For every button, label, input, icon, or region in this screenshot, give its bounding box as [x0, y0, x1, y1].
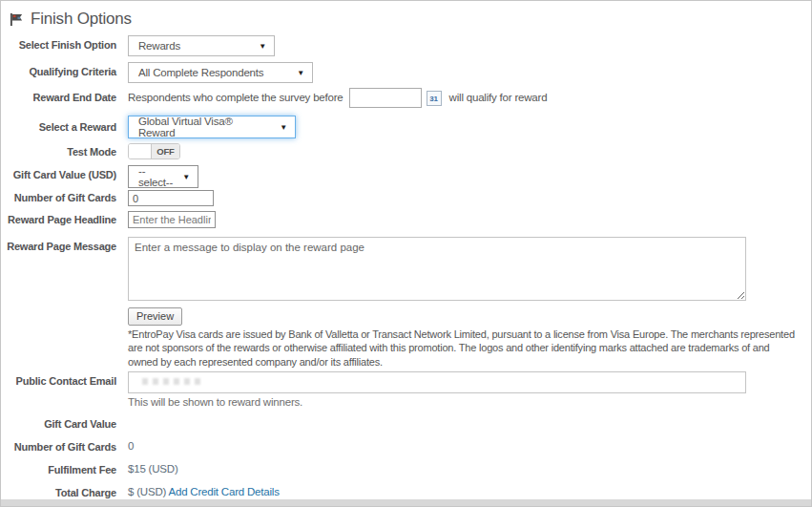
row-summary-fulfilment-fee: Fulfilment Fee $15 (USD) [1, 460, 811, 479]
row-summary-number-of-gift-cards: Number of Gift Cards 0 [1, 437, 811, 456]
row-select-a-reward: Select a Reward Global Virtual Visa® Rew… [1, 116, 811, 138]
row-reward-end-date: Reward End Date Respondents who complete… [1, 88, 811, 108]
reward-end-date-suffix-text: will qualify for reward [449, 88, 548, 103]
select-finish-option-value: Rewards [138, 40, 180, 52]
chevron-down-icon: ▼ [182, 173, 190, 181]
select-a-reward-label: Select a Reward [1, 116, 128, 134]
chevron-down-icon: ▼ [259, 42, 266, 51]
reward-page-headline-input[interactable] [128, 211, 216, 228]
public-contact-email-input[interactable] [128, 371, 746, 393]
summary-total-charge-label: Total Charge [1, 483, 128, 499]
page-header: Finish Options [1, 1, 811, 29]
select-a-reward-dropdown[interactable]: Global Virtual Visa® Reward ▼ [128, 116, 296, 138]
summary-fulfilment-fee-label: Fulfilment Fee [1, 460, 128, 476]
select-finish-option-label: Select Finish Option [1, 35, 128, 52]
qualifying-criteria-dropdown[interactable]: All Complete Respondents ▼ [128, 62, 313, 83]
row-reward-page-headline: Reward Page Headline [1, 211, 811, 228]
add-credit-card-details-link[interactable]: Add Credit Card Details [169, 486, 280, 497]
redacted-email-smudge [142, 378, 203, 385]
qualifying-criteria-value: All Complete Respondents [138, 67, 263, 78]
gift-card-value-dropdown[interactable]: --select-- ▼ [128, 165, 198, 188]
finish-options-panel: Finish Options Select Finish Option Rewa… [0, 0, 812, 507]
public-contact-email-label: Public Contact Email [1, 371, 128, 388]
page-title: Finish Options [31, 10, 132, 29]
reward-end-date-label: Reward End Date [1, 88, 128, 104]
row-number-of-gift-cards: Number of Gift Cards [1, 190, 811, 206]
chevron-down-icon: ▼ [280, 123, 287, 132]
summary-number-of-gift-cards: 0 [128, 437, 134, 452]
test-mode-toggle[interactable]: OFF [128, 143, 180, 159]
number-of-gift-cards-input[interactable] [128, 190, 214, 206]
calendar-icon[interactable]: 31 [427, 91, 442, 106]
preview-button[interactable]: Preview [128, 307, 182, 326]
gift-card-value-select-label: Gift Card Value (USD) [1, 165, 128, 181]
footer-bar [1, 499, 811, 506]
reward-page-message-textarea[interactable] [128, 237, 746, 301]
toggle-knob [129, 144, 152, 158]
select-finish-option-dropdown[interactable]: Rewards ▼ [128, 35, 275, 56]
reward-end-date-input[interactable] [349, 88, 422, 108]
reward-page-message-label: Reward Page Message [1, 237, 128, 253]
row-summary-gift-card-value: Gift Card Value [1, 414, 811, 433]
public-contact-email-helper: This will be shown to reward winners. [128, 396, 302, 408]
gift-card-value-selected: --select-- [138, 165, 173, 188]
row-reward-page-message: Reward Page Message [1, 237, 811, 301]
number-of-gift-cards-label: Number of Gift Cards [1, 190, 128, 204]
row-preview: Preview [1, 307, 811, 326]
select-a-reward-value: Global Virtual Visa® Reward [138, 116, 270, 138]
entropay-disclaimer-text: *EntroPay Visa cards are issued by Bank … [128, 327, 796, 369]
chevron-down-icon: ▼ [297, 69, 304, 77]
reward-page-headline-label: Reward Page Headline [1, 211, 128, 226]
finish-flag-icon [10, 12, 24, 27]
qualifying-criteria-label: Qualifying Criteria [1, 62, 128, 78]
row-select-finish-option: Select Finish Option Rewards ▼ [1, 35, 811, 56]
summary-total-charge: $ (USD) Add Credit Card Details [128, 483, 280, 497]
summary-fulfilment-fee: $15 (USD) [128, 460, 178, 475]
row-qualifying-criteria: Qualifying Criteria All Complete Respond… [1, 62, 811, 83]
row-gift-card-value-select: Gift Card Value (USD) --select-- ▼ [1, 165, 811, 188]
summary-gift-card-value-label: Gift Card Value [1, 414, 128, 431]
toggle-state-label: OFF [152, 144, 179, 158]
reward-end-date-prefix-text: Respondents who complete the survey befo… [128, 88, 344, 103]
row-disclaimer: *EntroPay Visa cards are issued by Bank … [1, 327, 811, 369]
row-public-contact-email: Public Contact Email This will be shown … [1, 371, 811, 408]
test-mode-label: Test Mode [1, 143, 128, 158]
row-test-mode: Test Mode OFF [1, 143, 811, 159]
summary-number-of-gift-cards-label: Number of Gift Cards [1, 437, 128, 454]
